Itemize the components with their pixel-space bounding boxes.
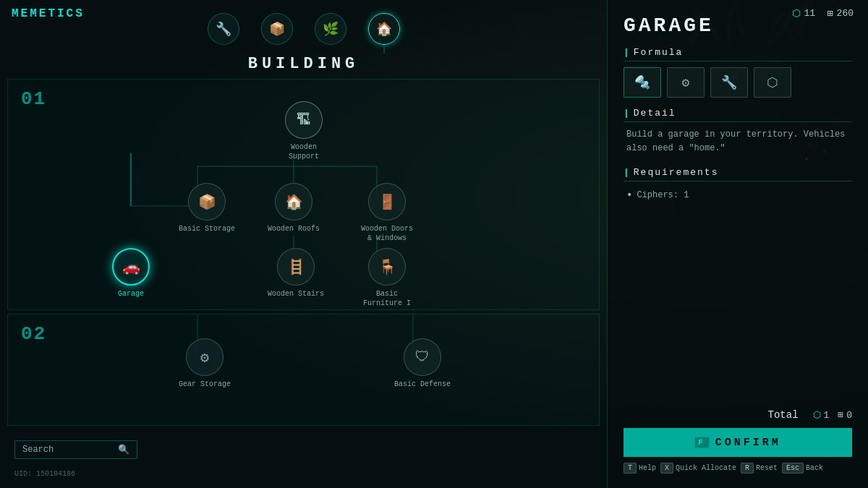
tier-02-container: 02 ⚙ Gear Storage 🛡 Basic Defense [7, 314, 600, 426]
search-icon: 🔍 [118, 444, 129, 455]
node-basic-furniture-icon: 🪑 [368, 248, 406, 286]
node-wooden-stairs-icon: 🪜 [277, 248, 315, 286]
node-wooden-stairs[interactable]: 🪜 Wooden Stairs [268, 248, 324, 299]
node-basic-storage[interactable]: 📦 Basic Storage [179, 183, 235, 234]
node-wooden-doors[interactable]: 🚪 Wooden Doors & Windows [358, 183, 416, 243]
node-gear-storage-label: Gear Storage [179, 380, 231, 389]
requirement-item-1: • Ciphers: 1 [626, 187, 849, 203]
resource2-display: ⊞ 260 [827, 7, 854, 20]
tier02-connectors [8, 314, 599, 425]
node-basic-defense-label: Basic Defense [394, 380, 451, 389]
total-res2-icon: ⊞ [838, 409, 843, 421]
node-basic-defense-icon: 🛡 [404, 338, 441, 376]
req-bullet: • [626, 189, 632, 201]
node-gear-storage[interactable]: ⚙ Gear Storage [179, 338, 231, 389]
confirm-button[interactable]: F CONFIRM [624, 428, 852, 457]
nav-connector [383, 45, 384, 53]
shortcut-reset: R Reset [741, 463, 778, 474]
node-wooden-support-label: Wooden Support [275, 142, 333, 161]
node-basic-storage-label: Basic Storage [179, 224, 235, 234]
app-title: MEMETICS [12, 7, 85, 20]
resource1-icon: ⬡ [792, 7, 801, 20]
total-res1-value: 1 [824, 410, 830, 421]
search-input[interactable]: Search [22, 445, 112, 455]
shortcut-help-label: Help [639, 464, 656, 472]
nav-icon-nature: 🌿 [315, 13, 346, 45]
right-panel: GARAGE Formula 🔩 ⚙ 🔧 ⬡ Detail Build a ga… [608, 0, 868, 488]
nav-item-2[interactable]: 📦 [261, 13, 293, 45]
resource1-value: 11 [804, 8, 816, 19]
search-box[interactable]: Search 🔍 [14, 440, 137, 459]
detail-text: Build a garage in your territory. Vehicl… [624, 128, 852, 155]
nav-icon-building: 🏠 [368, 13, 400, 45]
detail-header: Detail [624, 108, 852, 122]
resource2-value: 260 [837, 8, 854, 19]
shortcut-allocate-label: Quick Allocate [676, 464, 736, 472]
key-esc: Esc [782, 463, 804, 474]
nav-item-3[interactable]: 🌿 [315, 13, 346, 45]
formula-item-1[interactable]: 🔩 [624, 67, 661, 98]
section-title: BUILDING [0, 51, 607, 79]
resource2-icon: ⊞ [827, 7, 833, 20]
total-res2-value: 0 [846, 410, 852, 421]
confirm-key-badge: F [694, 437, 710, 448]
nav-icon-storage: 📦 [261, 13, 293, 45]
formula-item-2[interactable]: ⚙ [667, 67, 705, 98]
total-label: Total [768, 409, 799, 421]
node-garage-icon: 🚗 [112, 248, 150, 286]
nav-item-1[interactable]: 🔧 [208, 13, 239, 45]
key-t: T [624, 463, 637, 474]
shortcut-help: T Help [624, 463, 656, 474]
node-garage-label: Garage [118, 289, 144, 299]
node-wooden-doors-label: Wooden Doors & Windows [358, 224, 416, 243]
node-wooden-roofs-icon: 🏠 [275, 183, 312, 221]
search-bar-area: Search 🔍 [14, 440, 137, 459]
tier-01-container: 01 [7, 79, 600, 310]
node-basic-defense[interactable]: 🛡 Basic Defense [394, 338, 451, 389]
node-wooden-doors-icon: 🚪 [368, 183, 406, 221]
confirm-label: CONFIRM [715, 437, 781, 449]
total-resource1: ⬡ 1 [813, 409, 830, 421]
node-basic-storage-icon: 📦 [188, 183, 226, 221]
requirements-header: Requirements [624, 167, 852, 181]
node-wooden-roofs[interactable]: 🏠 Wooden Roofs [268, 183, 320, 234]
node-wooden-stairs-label: Wooden Stairs [268, 289, 324, 299]
formula-items: 🔩 ⚙ 🔧 ⬡ [624, 67, 852, 98]
category-nav: 🔧 📦 🌿 🏠 [0, 0, 607, 51]
node-wooden-roofs-label: Wooden Roofs [268, 224, 320, 234]
tier-02-label: 02 [21, 323, 46, 345]
key-r: R [741, 463, 754, 474]
requirements-list: • Ciphers: 1 [624, 187, 852, 203]
nav-icon-tools: 🔧 [208, 13, 239, 45]
formula-item-4[interactable]: ⬡ [754, 67, 791, 98]
formula-item-3[interactable]: 🔧 [710, 67, 748, 98]
resource1-display: ⬡ 11 [792, 7, 816, 20]
nav-item-4[interactable]: 🏠 [368, 13, 400, 45]
key-x: X [660, 463, 673, 474]
shortcuts-row: T Help X Quick Allocate R Reset Esc Back [624, 463, 852, 474]
node-wooden-support[interactable]: 🏗 Wooden Support [275, 101, 333, 161]
tier-01-label: 01 [21, 88, 46, 110]
shortcut-quick-allocate[interactable]: X Quick Allocate [660, 463, 736, 474]
uid-label: UID: 150104186 [14, 470, 75, 478]
shortcut-back-label: Back [806, 464, 823, 472]
node-wooden-support-icon: 🏗 [285, 101, 323, 139]
node-basic-furniture[interactable]: 🪑 Basic Furniture I [358, 248, 416, 308]
left-panel: 🔧 📦 🌿 🏠 BUILDING 01 [0, 0, 608, 488]
req-label: Ciphers: 1 [637, 190, 689, 200]
header-resources: ⬡ 11 ⊞ 260 [792, 7, 854, 20]
total-row: Total ⬡ 1 ⊞ 0 [624, 409, 852, 421]
shortcut-reset-label: Reset [756, 464, 778, 472]
formula-header: Formula [624, 47, 852, 61]
node-garage[interactable]: 🚗 Garage [112, 248, 150, 299]
main-container: 🔧 📦 🌿 🏠 BUILDING 01 [0, 0, 868, 488]
shortcut-back: Esc Back [782, 463, 823, 474]
node-gear-storage-icon: ⚙ [186, 338, 224, 376]
skill-tree-area: 01 [0, 79, 607, 451]
total-resource2: ⊞ 0 [838, 409, 852, 421]
node-basic-furniture-label: Basic Furniture I [358, 289, 416, 308]
total-res1-icon: ⬡ [813, 409, 821, 421]
